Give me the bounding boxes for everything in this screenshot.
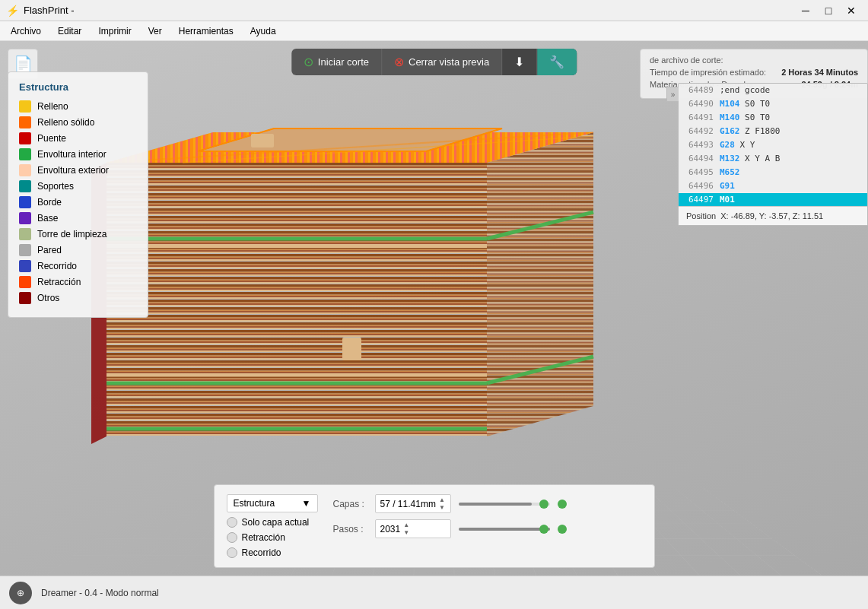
legend-item-label: Puente	[37, 133, 66, 144]
gcode-line-code: M104 S0 T0	[720, 99, 770, 109]
gcode-line-code: M132 X Y A B	[720, 154, 780, 163]
svg-rect-25	[342, 338, 361, 360]
titlebar: ⚡ FlashPrint - ─ □ ✕	[0, 0, 868, 21]
step-up-arrow[interactable]: ▲	[403, 522, 409, 529]
gcode-line-code: G162 Z F1800	[720, 126, 780, 136]
steps-dot[interactable]	[539, 525, 548, 534]
gcode-line: 64489;end gcode	[679, 84, 867, 97]
settings-button[interactable]: 🔧	[537, 49, 577, 75]
file-row: de archivo de corte:	[650, 56, 858, 65]
legend-color-swatch	[19, 148, 31, 160]
legend-item: Borde	[19, 196, 137, 208]
navigate-button[interactable]: ⊕	[9, 582, 32, 604]
step-down-arrow[interactable]: ▼	[403, 529, 409, 537]
layers-input[interactable]: 57 / 11.41mm ▲ ▼	[375, 494, 451, 513]
menu-archivo[interactable]: Archivo	[3, 24, 49, 38]
legend-panel: Estructura RellenoRelleno sólidoPuenteEn…	[8, 71, 148, 318]
recorrido-label: Recorrido	[242, 547, 281, 558]
legend-item: Envoltura exterior	[19, 164, 137, 176]
gcode-line-code: G28 X Y	[720, 140, 755, 150]
time-row: Tiempo de impresión estimado: 2 Horas 34…	[650, 68, 858, 77]
legend-color-swatch	[19, 132, 31, 144]
menu-herramientas[interactable]: Herramientas	[171, 24, 241, 38]
layers-dot[interactable]	[539, 500, 548, 509]
steps-fill	[459, 528, 550, 531]
position-value: X: -46.89, Y: -3.57, Z: 11.51	[720, 211, 823, 220]
menu-imprimir[interactable]: Imprimir	[91, 24, 138, 38]
layer-up-arrow[interactable]: ▲	[439, 496, 445, 504]
gcode-line: 64497M01	[679, 193, 867, 206]
legend-item: Recorrido	[19, 260, 137, 272]
legend-item-label: Pared	[37, 245, 62, 255]
steps-track[interactable]	[459, 528, 550, 531]
svg-marker-11	[107, 163, 487, 436]
gcode-line-num: 64491	[683, 113, 714, 122]
layers-row: Capas : 57 / 11.41mm ▲ ▼	[333, 494, 567, 513]
gcode-expand-button[interactable]: »	[666, 87, 679, 102]
layers-arrows[interactable]: ▲ ▼	[439, 496, 445, 511]
steps-label: Pasos :	[333, 524, 367, 534]
gcode-line-code: M01	[720, 195, 735, 205]
gcode-line-code: G91	[720, 181, 735, 191]
close-button[interactable]: ✕	[841, 3, 862, 18]
legend-item: Retracción	[19, 276, 137, 288]
gcode-line: 64494M132 X Y A B	[679, 152, 867, 166]
gcode-line-num: 64492	[683, 126, 714, 136]
solo-capa-row: Solo capa actual	[227, 517, 318, 528]
legend-items: RellenoRelleno sólidoPuenteEnvoltura int…	[19, 100, 137, 304]
legend-item: Otros	[19, 292, 137, 304]
file-label: de archivo de corte:	[650, 56, 723, 65]
gcode-line: 64490M104 S0 T0	[679, 97, 867, 111]
legend-item: Relleno	[19, 100, 137, 113]
gcode-line-num: 64495	[683, 167, 714, 177]
recorrido-checkbox[interactable]	[227, 547, 237, 558]
gcode-line-num: 64496	[683, 181, 714, 191]
legend-item: Pared	[19, 244, 137, 256]
steps-input[interactable]: 2031 ▲ ▼	[375, 519, 451, 538]
legend-item-label: Relleno	[37, 101, 68, 112]
close-preview-button[interactable]: ⊗ Cerrar vista previa	[382, 49, 502, 75]
legend-item: Base	[19, 212, 137, 224]
control-left: Estructura ▼ Solo capa actual Retracción…	[227, 494, 318, 558]
mode-text: Dreamer - 0.4 - Modo normal	[41, 588, 159, 598]
maximize-button[interactable]: □	[818, 3, 839, 18]
layers-track[interactable]	[459, 503, 550, 506]
titlebar-left: ⚡ FlashPrint -	[6, 5, 74, 17]
solo-capa-checkbox[interactable]	[227, 517, 237, 528]
legend-color-swatch	[19, 244, 31, 256]
play-icon: ⊙	[304, 55, 313, 69]
app-title: FlashPrint -	[24, 5, 74, 16]
settings-icon: 🔧	[549, 55, 564, 69]
dropdown-label: Estructura	[234, 498, 275, 509]
legend-color-swatch	[19, 180, 31, 192]
legend-item-label: Soportes	[37, 181, 74, 192]
gcode-panel: » 64489;end gcode64490M104 S0 T064491M14…	[678, 83, 868, 226]
menubar: Archivo Editar Imprimir Ver Herramientas…	[0, 21, 868, 41]
legend-item-label: Envoltura interior	[37, 149, 107, 160]
legend-color-swatch	[19, 164, 31, 176]
steps-arrows[interactable]: ▲ ▼	[403, 522, 409, 536]
legend-item-label: Otros	[37, 293, 59, 303]
legend-color-swatch	[19, 196, 31, 208]
download-button[interactable]: ⬇	[502, 49, 537, 75]
bottom-toolbar: ⊕ Dreamer - 0.4 - Modo normal	[0, 576, 868, 609]
menu-editar[interactable]: Editar	[50, 24, 89, 38]
legend-item-label: Relleno sólido	[37, 117, 94, 128]
legend-color-swatch	[19, 292, 31, 304]
minimize-button[interactable]: ─	[795, 3, 816, 18]
structure-dropdown[interactable]: Estructura ▼	[227, 494, 318, 512]
layer-down-arrow[interactable]: ▼	[439, 504, 445, 512]
menu-ayuda[interactable]: Ayuda	[243, 24, 284, 38]
layers-status-dot	[558, 500, 567, 509]
legend-color-swatch	[19, 276, 31, 288]
position-label: Position	[686, 211, 716, 220]
gcode-line-num: 64494	[683, 154, 714, 163]
app-logo: ⚡	[6, 5, 19, 17]
steps-value: 2031	[380, 524, 401, 534]
menu-ver[interactable]: Ver	[141, 24, 170, 38]
main-viewport: 📄 ⊙ Iniciar corte ⊗ Cerrar vista previa …	[0, 41, 868, 609]
start-cut-button[interactable]: ⊙ Iniciar corte	[291, 49, 382, 75]
svg-marker-17	[487, 132, 593, 436]
retraccion-checkbox[interactable]	[227, 532, 237, 543]
gcode-line-num: 64497	[683, 195, 714, 205]
